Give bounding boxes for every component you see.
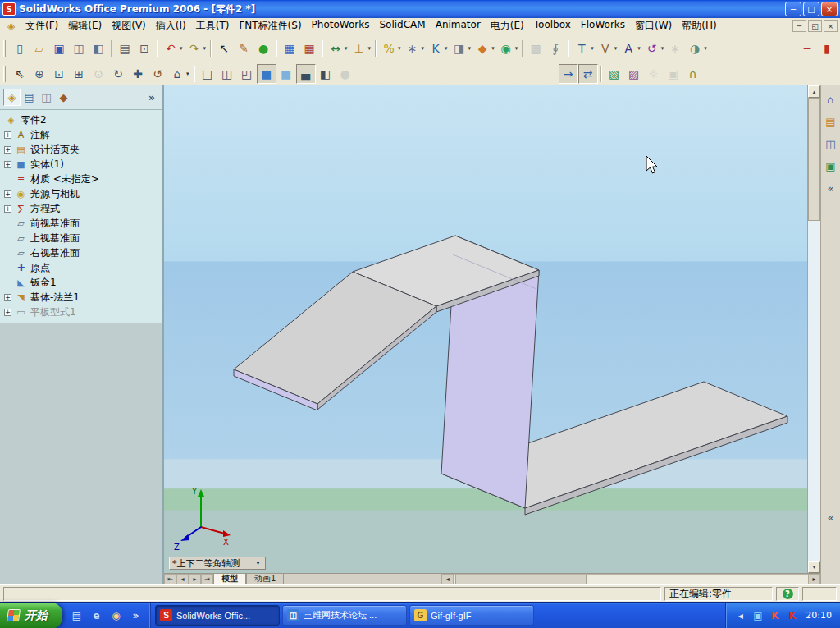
tab-last-button[interactable]: ⇥ [201, 574, 213, 584]
new-document-icon[interactable]: ▯ [10, 39, 30, 58]
tab-featuremanager[interactable]: ◈ [3, 89, 21, 106]
section-tool-icon[interactable]: ◨▾ [450, 39, 473, 58]
tree-item[interactable]: ▱右视基准面 [2, 245, 162, 260]
menu-item-1[interactable]: 编辑(E) [63, 17, 107, 34]
menu-item-7[interactable]: SolidCAM [374, 17, 430, 34]
zoom-in-out-icon[interactable]: ⊕ [30, 64, 49, 84]
standard-views-icon[interactable]: ⌂▾ [167, 64, 191, 84]
mdi-restore-button[interactable]: ◱ [808, 20, 822, 32]
section-view-icon[interactable]: ◧ [316, 64, 336, 84]
mdi-minimize-button[interactable]: ─ [792, 20, 806, 32]
viewport[interactable]: Y X Z *上下二等角轴测 ▾ [164, 85, 807, 573]
print-preview-icon[interactable]: ⊡ [135, 39, 154, 58]
file-explorer-icon[interactable]: ◫ [824, 136, 838, 151]
make-drawing-icon[interactable]: ◫ [69, 39, 89, 58]
toolbox-icon[interactable]: T▾ [572, 39, 596, 58]
tray-hide-icons-icon[interactable]: ◂ [734, 609, 746, 621]
measure-icon[interactable]: K▾ [426, 39, 450, 58]
hidden-lines-visible-icon[interactable]: ◫ [217, 64, 237, 84]
open-document-icon[interactable]: ▱ [30, 39, 49, 58]
dimension-icon[interactable]: ↔▾ [326, 39, 349, 58]
scroll-right-button[interactable]: ▸ [808, 574, 820, 584]
view-orientation-box[interactable]: *上下二等角轴测 ▾ [169, 557, 266, 570]
dropdown-arrow-icon[interactable]: ▾ [515, 45, 518, 52]
collapse-toolbar-icon[interactable]: ─ [797, 39, 817, 58]
menu-item-12[interactable]: 窗口(W) [630, 17, 677, 34]
quick-launch-more-icon[interactable]: » [129, 608, 143, 622]
task-solidworks[interactable]: SSolidWorks Offic... [155, 605, 280, 626]
apply-scene-icon[interactable]: ▧ [605, 64, 624, 84]
maximize-button[interactable]: □ [803, 2, 819, 16]
rebuild-icon[interactable]: ● [253, 39, 273, 58]
help-icon[interactable]: ? [783, 589, 793, 599]
horizontal-scrollbar[interactable]: ◂ ▸ [441, 574, 820, 584]
tree-item[interactable]: ◣钣金1 [2, 275, 162, 290]
start-button[interactable]: 开始 [0, 603, 62, 628]
dropdown-arrow-icon[interactable]: ▾ [661, 45, 664, 52]
shaded-icon[interactable]: ■ [276, 64, 296, 84]
dropdown-arrow-icon[interactable]: ▾ [180, 45, 183, 52]
horizontal-scroll-track[interactable] [454, 574, 808, 584]
menu-item-9[interactable]: 电力(E) [486, 17, 529, 34]
zoom-area-icon[interactable]: ⊞ [69, 64, 89, 84]
link-views-icon[interactable]: ⇄ [578, 64, 598, 84]
tree-item[interactable]: +A注解 [2, 127, 162, 142]
vault-icon[interactable]: V▾ [596, 39, 619, 58]
tray-codec2-icon[interactable]: K [786, 609, 798, 621]
dropdown-arrow-icon[interactable]: ▾ [398, 45, 401, 52]
dropdown-arrow-icon[interactable]: ▾ [203, 45, 207, 52]
model-tab[interactable]: 模型 [213, 574, 246, 584]
dropdown-arrow-icon[interactable]: ▾ [491, 45, 495, 52]
media-player-icon[interactable]: ◉ [109, 608, 123, 622]
attachment-icon[interactable]: ∮ [546, 39, 565, 58]
dropdown-arrow-icon[interactable]: ▾ [186, 71, 189, 77]
tab-configurationmanager[interactable]: ◫ [38, 89, 55, 106]
tree-expand-toggle[interactable]: + [4, 131, 11, 139]
menu-item-6[interactable]: PhotoWorks [307, 17, 375, 34]
sketch-grid-icon[interactable]: ▦ [280, 39, 299, 58]
sketch-icon[interactable]: ✎ [234, 39, 253, 58]
collapse-taskpane-icon[interactable]: « [824, 181, 838, 195]
tree-item[interactable]: ▱上视基准面 [2, 231, 162, 245]
tree-item[interactable]: ▱前视基准面 [2, 216, 162, 231]
tree-expand-toggle[interactable]: + [4, 205, 11, 213]
menu-item-11[interactable]: FloWorks [576, 17, 630, 34]
show-desktop-icon[interactable]: ▤ [70, 608, 84, 622]
make-assembly-icon[interactable]: ◧ [89, 39, 108, 58]
pattern-icon[interactable]: ∗▾ [403, 39, 427, 58]
tab-add-in[interactable]: ◆ [55, 89, 72, 106]
vertical-scroll-thumb[interactable] [808, 98, 820, 221]
horizontal-scroll-thumb[interactable] [455, 575, 587, 584]
rotate-view-icon[interactable]: ↻ [108, 64, 128, 84]
tree-item[interactable]: +▤设计活页夹 [2, 142, 162, 157]
tab-next-button[interactable]: ▸ [189, 574, 201, 584]
menu-item-8[interactable]: Animator [431, 17, 486, 34]
animation-tab[interactable]: 动画1 [246, 574, 284, 584]
solidworks-resources-icon[interactable]: ⌂ [824, 92, 838, 107]
render-icon[interactable]: ◑▾ [685, 39, 709, 58]
simulation-icon[interactable]: ◉▾ [496, 39, 520, 58]
redo-icon[interactable]: ↷▾ [185, 39, 208, 58]
mdi-close-button[interactable]: × [824, 20, 838, 32]
floworks-icon[interactable]: ↺▾ [642, 39, 666, 58]
menu-item-10[interactable]: Toolbox [529, 17, 576, 34]
internet-explorer-icon[interactable]: e [89, 608, 103, 622]
select-filter-icon[interactable]: ⇖ [10, 64, 30, 84]
toolbar-grip[interactable] [3, 40, 6, 57]
toolbar-grip[interactable] [3, 66, 6, 82]
wireframe-icon[interactable]: □ [198, 64, 217, 84]
select-icon[interactable]: ↖ [214, 39, 234, 58]
tree-item[interactable]: ✚原点 [2, 260, 162, 275]
dropdown-arrow-icon[interactable]: ▾ [637, 45, 641, 52]
design-library-icon[interactable]: ▤ [824, 114, 838, 129]
scroll-left-button[interactable]: ◂ [441, 574, 454, 584]
undo-icon[interactable]: ↶▾ [161, 39, 185, 58]
tree-item[interactable]: +▭平板型式1 [2, 305, 162, 319]
dropdown-arrow-icon[interactable]: ▾ [614, 45, 618, 52]
tab-prev-button[interactable]: ◂ [176, 574, 189, 584]
tray-network-icon[interactable]: ▣ [751, 609, 764, 621]
dropdown-arrow-icon[interactable]: ▾ [368, 45, 372, 52]
drawing-grid-icon[interactable]: ▦ [299, 39, 319, 58]
dropdown-arrow-icon[interactable]: ▾ [422, 45, 425, 52]
vertical-scroll-track[interactable] [808, 98, 820, 561]
